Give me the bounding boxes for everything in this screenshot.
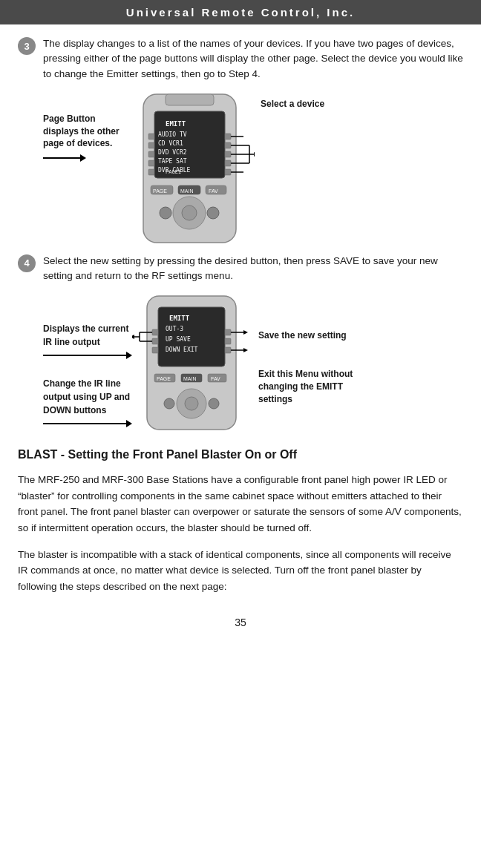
svg-rect-19 <box>225 169 231 175</box>
svg-text:PAGE1: PAGE1 <box>166 169 181 175</box>
svg-text:AUDIO  TV: AUDIO TV <box>158 131 187 138</box>
svg-rect-48 <box>152 338 158 344</box>
svg-rect-52 <box>225 347 231 353</box>
svg-rect-49 <box>152 347 158 353</box>
svg-text:DOWN  EXIT: DOWN EXIT <box>166 346 198 353</box>
step3-remote: EMITT AUDIO TV CD VCR1 DVD VCR2 TAPE SAT… <box>125 91 255 246</box>
svg-point-60 <box>185 397 198 410</box>
svg-marker-67 <box>132 335 134 339</box>
svg-text:FAV: FAV <box>209 188 218 194</box>
step3-left-annotation: Page Button displays the other page of d… <box>43 91 125 162</box>
svg-text:FAV: FAV <box>211 376 220 381</box>
svg-text:MAIN: MAIN <box>180 188 194 194</box>
step3-right-annotation: Select a device <box>255 91 336 111</box>
svg-point-27 <box>182 206 197 220</box>
step4-exit-label: Exit this Menu without changing the EMIT… <box>258 368 362 405</box>
step4-change-label: Change the IR line output using UP and D… <box>43 377 132 417</box>
step4-badge: 4 <box>18 254 36 272</box>
svg-text:CD    VCR1: CD VCR1 <box>158 140 183 147</box>
svg-rect-12 <box>148 151 154 157</box>
svg-text:UP   SAVE: UP SAVE <box>166 336 191 343</box>
svg-rect-15 <box>225 134 231 139</box>
svg-point-29 <box>207 207 219 219</box>
step4-right-col: Save the new setting Exit this Menu with… <box>251 292 362 405</box>
svg-rect-18 <box>225 160 231 166</box>
svg-rect-11 <box>148 142 154 148</box>
svg-text:DVD   VCR2: DVD VCR2 <box>158 149 187 156</box>
svg-rect-50 <box>225 329 231 335</box>
svg-text:EMITT: EMITT <box>166 120 186 128</box>
step4-text: Select the new setting by pressing the d… <box>43 254 463 284</box>
svg-text:PAGE: PAGE <box>157 376 171 381</box>
remote-svg-3: EMITT AUDIO TV CD VCR1 DVD VCR2 TAPE SAT… <box>125 91 255 246</box>
remote-svg-4: EMITT OUT-3 UP SAVE DOWN EXIT PAGE MAIN <box>132 292 251 433</box>
svg-rect-17 <box>225 151 231 157</box>
main-content: 3 The display changes to a list of the n… <box>0 24 481 652</box>
svg-marker-71 <box>243 348 248 352</box>
step3-text: The display changes to a list of the nam… <box>43 36 463 82</box>
step4-row: 4 Select the new setting by pressing the… <box>18 254 463 284</box>
svg-rect-1 <box>166 94 214 105</box>
svg-text:MAIN: MAIN <box>183 376 197 381</box>
blast-section: BLAST - Setting the Front Panel Blaster … <box>18 448 463 594</box>
step4-diagram: Displays the current IR line output Chan… <box>43 292 463 433</box>
blast-title: BLAST - Setting the Front Panel Blaster … <box>18 448 463 461</box>
svg-rect-16 <box>225 142 231 148</box>
step3-row: 3 The display changes to a list of the n… <box>18 36 463 82</box>
blast-para2: The blaster is incompatible with a stack… <box>18 547 463 595</box>
svg-marker-69 <box>243 330 248 335</box>
step4-remote: EMITT OUT-3 UP SAVE DOWN EXIT PAGE MAIN <box>132 292 251 433</box>
svg-point-62 <box>209 398 219 409</box>
svg-text:PAGE: PAGE <box>153 188 167 194</box>
svg-rect-10 <box>148 134 154 139</box>
step3-diagram: Page Button displays the other page of d… <box>43 91 463 246</box>
svg-text:TAPE   SAT: TAPE SAT <box>158 158 187 165</box>
step4-left-col: Displays the current IR line output Chan… <box>43 292 132 427</box>
svg-rect-51 <box>225 338 231 344</box>
page-header: Universal Remote Control, Inc. <box>0 0 481 24</box>
step4-save-label: Save the new setting <box>258 329 362 342</box>
svg-rect-47 <box>152 329 158 335</box>
svg-rect-14 <box>148 169 154 175</box>
svg-text:OUT-3: OUT-3 <box>166 326 183 332</box>
step4-displays-label: Displays the current IR line output <box>43 322 132 349</box>
step3-badge: 3 <box>18 37 36 55</box>
svg-point-28 <box>160 207 171 219</box>
svg-rect-13 <box>148 160 154 166</box>
svg-point-61 <box>164 398 174 409</box>
blast-para1: The MRF-250 and MRF-300 Base Stations ha… <box>18 472 463 536</box>
page-number: 35 <box>18 617 463 640</box>
svg-marker-40 <box>254 152 255 157</box>
svg-text:EMITT: EMITT <box>169 315 190 322</box>
